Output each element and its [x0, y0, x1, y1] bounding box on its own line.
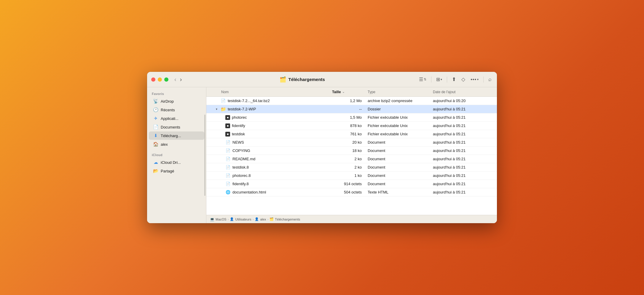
sidebar-item-alex[interactable]: 🏠 alex [149, 140, 204, 148]
airdrop-icon: 📡 [153, 99, 158, 104]
table-row[interactable]: 📄 NEWS 20 ko Document aujourd'hui à 05:2… [206, 138, 497, 147]
file-type: archive bzip2 compressée [368, 99, 433, 103]
file-date: aujourd'hui à 05:21 [433, 190, 492, 194]
partage-label: Partagé [161, 169, 174, 173]
nav-buttons: ‹ › [173, 75, 183, 83]
file-date: aujourd'hui à 05:21 [433, 157, 492, 161]
sidebar-item-documents[interactable]: 📄 Documents [149, 123, 204, 131]
col-date-header[interactable]: Date de l'ajout [433, 90, 492, 94]
titlebar: ‹ › 🗂️ Téléchargements ☰ ⇅ ⊞ ▾ ⬆ [147, 72, 497, 87]
file-date: aujourd'hui à 05:21 [433, 132, 492, 136]
alex-label: alex [161, 142, 168, 147]
documents-icon: 📄 [153, 124, 158, 130]
col-size-header[interactable]: Taille ⌄ [332, 90, 368, 94]
file-date: aujourd'hui à 05:21 [433, 123, 492, 128]
document-icon: 📄 [225, 157, 231, 161]
file-name: COPYING [232, 148, 332, 153]
document-icon: 📄 [225, 140, 231, 145]
chevron-right-icon: › [180, 76, 182, 83]
airdrop-label: AirDrop [161, 99, 174, 104]
table-row[interactable]: 📄 fidentify.8 914 octets Document aujour… [206, 180, 497, 188]
window-controls [151, 77, 168, 82]
finder-window: ‹ › 🗂️ Téléchargements ☰ ⇅ ⊞ ▾ ⬆ [147, 72, 497, 223]
file-size: 504 octets [332, 190, 368, 194]
file-size: 914 octets [332, 182, 368, 186]
file-name: photorec [232, 115, 332, 120]
executable-icon: ■ [225, 123, 230, 128]
search-button[interactable]: ⌕ [487, 75, 493, 84]
window-title: 🗂️ Téléchargements [186, 76, 418, 83]
file-name: testdisk-7.2..._64.tar.bz2 [228, 99, 332, 103]
file-date: aujourd'hui à 05:21 [433, 173, 492, 178]
file-size: 1,5 Mo [332, 115, 368, 120]
file-type: Document [368, 157, 433, 161]
table-row[interactable]: ▾ 📁 testdisk-7.2-WIP -- Dossier aujourd'… [206, 105, 497, 113]
applications-icon: ✈ [153, 116, 158, 121]
file-type: Fichier exécutable Unix [368, 132, 433, 136]
file-size: 2 ko [332, 165, 368, 169]
table-row[interactable]: ■ testdisk 761 ko Fichier exécutable Uni… [206, 130, 497, 138]
statusbar-macos: MacOS [216, 218, 227, 221]
sidebar-item-recents[interactable]: 🕐 Récents [149, 106, 204, 114]
file-date: aujourd'hui à 05:21 [433, 148, 492, 153]
back-button[interactable]: ‹ [173, 75, 178, 83]
tag-button[interactable]: ◇ [460, 75, 466, 84]
statusbar-users-icon: 👤 [230, 217, 234, 221]
list-view-button[interactable]: ☰ ⇅ [418, 75, 428, 83]
table-row[interactable]: 📄 testdisk-7.2..._64.tar.bz2 1,2 Mo arch… [206, 97, 497, 105]
file-name: fidentify.8 [232, 182, 332, 186]
sidebar-item-icloud-drive[interactable]: ☁ iCloud Dri... [149, 158, 204, 166]
file-archive-icon: 📄 [221, 99, 226, 103]
forward-button[interactable]: › [179, 75, 183, 83]
maximize-button[interactable] [164, 77, 168, 82]
icloud-icon: ☁ [153, 160, 158, 165]
table-row[interactable]: 📄 COPYING 18 ko Document aujourd'hui à 0… [206, 147, 497, 155]
grid-dropdown-arrow: ▾ [441, 78, 442, 81]
sort-arrows-icon: ⇅ [424, 77, 426, 81]
file-type: Dossier [368, 107, 433, 111]
statusbar-users: Utilisateurs [235, 218, 251, 221]
statusbar-downloads: Téléchargements [275, 218, 300, 221]
file-date: aujourd'hui à 05:21 [433, 107, 492, 111]
file-name: testdisk [232, 132, 332, 136]
statusbar-alex-icon: 👤 [255, 217, 259, 221]
sidebar-item-partage[interactable]: 📂 Partagé [149, 167, 204, 175]
expand-arrow[interactable]: ▾ [216, 107, 221, 111]
column-headers: Nom Taille ⌄ Type Date de l'ajout [206, 87, 497, 97]
table-row[interactable]: 📄 README.md 2 ko Document aujourd'hui à … [206, 155, 497, 163]
file-name: testdisk-7.2-WIP [228, 107, 332, 111]
file-type: Document [368, 165, 433, 169]
table-row[interactable]: 📄 photorec.8 1 ko Document aujourd'hui à… [206, 172, 497, 180]
file-type: Document [368, 182, 433, 186]
file-size: 878 ko [332, 123, 368, 128]
file-type: Document [368, 173, 433, 178]
sidebar-item-applications[interactable]: ✈ Applicati... [149, 114, 204, 123]
table-row[interactable]: 🌐 documentation.html 504 octets Texte HT… [206, 188, 497, 196]
table-row[interactable]: ■ photorec 1,5 Mo Fichier exécutable Uni… [206, 113, 497, 122]
sidebar-item-airdrop[interactable]: 📡 AirDrop [149, 97, 204, 105]
file-size: 18 ko [332, 148, 368, 153]
file-size: 20 ko [332, 140, 368, 145]
sidebar-item-telechargements[interactable]: ⬇ Télécharg... [149, 131, 204, 140]
close-button[interactable] [151, 77, 155, 82]
statusbar-sep-2: › [253, 218, 254, 221]
grid-view-button[interactable]: ⊞ ▾ [435, 75, 443, 83]
minimize-button[interactable] [158, 77, 162, 82]
col-name-header[interactable]: Nom [221, 90, 332, 94]
sidebar-scrollbar [204, 115, 205, 196]
file-name: testdisk.8 [232, 165, 332, 169]
share-button[interactable]: ⬆ [451, 75, 457, 84]
file-type: Fichier exécutable Unix [368, 123, 433, 128]
document-icon: 📄 [225, 182, 231, 186]
folder-icon: 🗂️ [280, 76, 286, 83]
file-size: -- [332, 107, 368, 111]
html-icon: 🌐 [225, 190, 231, 194]
file-type: Texte HTML [368, 190, 433, 194]
icloud-label: iCloud [147, 151, 206, 158]
main-content: Favoris 📡 AirDrop 🕐 Récents ✈ Applicati.… [147, 87, 497, 223]
table-row[interactable]: ■ fidentify 878 ko Fichier exécutable Un… [206, 122, 497, 130]
file-list: 📄 testdisk-7.2..._64.tar.bz2 1,2 Mo arch… [206, 97, 497, 215]
table-row[interactable]: 📄 testdisk.8 2 ko Document aujourd'hui à… [206, 163, 497, 172]
col-type-header[interactable]: Type [368, 90, 433, 94]
more-button[interactable]: ••• ▾ [469, 76, 480, 83]
